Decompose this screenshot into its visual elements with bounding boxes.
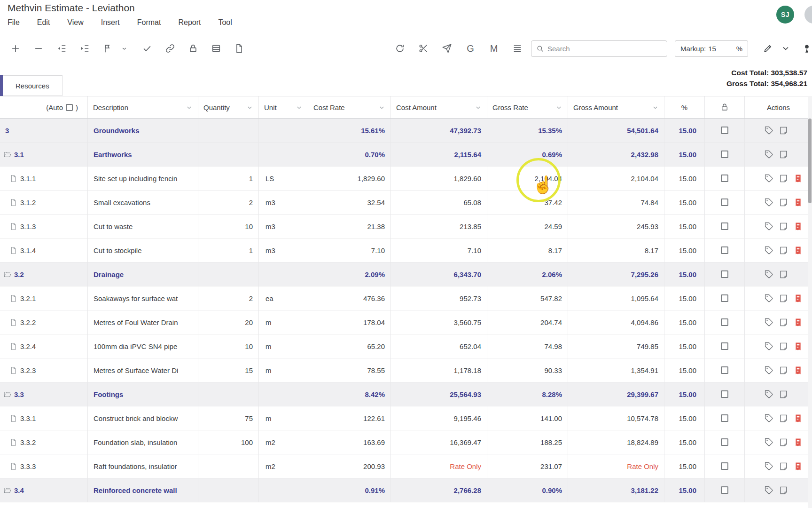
gross-amount-cell[interactable]: 18,824.89 <box>568 430 664 454</box>
row-code-cell[interactable]: 3.3.2 <box>0 430 88 454</box>
lock-checkbox[interactable] <box>721 294 728 302</box>
unit-cell[interactable] <box>259 382 308 406</box>
note-icon[interactable] <box>779 126 788 135</box>
description-cell[interactable]: Raft foundations, insulatior <box>88 454 198 478</box>
table-row[interactable]: 3Groundworks15.61%47,392.7315.35%54,501.… <box>0 119 812 143</box>
gross-rate-cell[interactable]: 141.00 <box>487 406 568 430</box>
header-gross-amount[interactable]: Gross Amount <box>568 96 664 118</box>
google-icon[interactable]: G <box>464 43 476 54</box>
gross-amount-cell[interactable]: 1,354.91 <box>568 358 664 382</box>
lock-checkbox[interactable] <box>721 175 728 182</box>
cost-rate-cell[interactable]: 0.70% <box>308 143 391 167</box>
markup-input[interactable]: Markup: 15 % <box>675 40 748 57</box>
pen-icon[interactable] <box>762 42 774 55</box>
note-icon[interactable] <box>779 174 788 183</box>
header-unit[interactable]: Unit <box>259 96 308 118</box>
gross-amount-cell[interactable]: 10,574.78 <box>568 406 664 430</box>
row-code-cell[interactable]: 3 <box>0 119 88 143</box>
markup-percent-cell[interactable]: 15.00 <box>664 119 705 143</box>
quantity-cell[interactable]: 1 <box>198 238 259 262</box>
cost-rate-cell[interactable]: 65.20 <box>308 334 391 358</box>
lock-icon[interactable] <box>187 42 199 55</box>
quantity-cell[interactable] <box>198 454 259 478</box>
lock-checkbox[interactable] <box>721 486 728 494</box>
row-code-cell[interactable]: 3.3 <box>0 382 88 406</box>
quantity-cell[interactable] <box>198 382 259 406</box>
table-row[interactable]: 3.1.4Cut to stockpile1m37.107.108.178.17… <box>0 238 812 262</box>
lock-checkbox[interactable] <box>721 270 728 278</box>
menu-item-view[interactable]: View <box>67 18 83 27</box>
add-icon[interactable] <box>9 42 22 55</box>
cost-rate-cell[interactable]: 178.04 <box>308 310 391 334</box>
cost-rate-cell[interactable]: 2.09% <box>308 262 391 286</box>
unit-cell[interactable]: m2 <box>259 454 308 478</box>
cost-amount-cell[interactable]: 65.08 <box>391 190 487 214</box>
cost-rate-cell[interactable]: 1,829.60 <box>308 167 391 190</box>
unit-cell[interactable] <box>259 262 308 286</box>
row-code-cell[interactable]: 3.2 <box>0 262 88 286</box>
tag-icon[interactable] <box>765 222 773 231</box>
gross-amount-cell[interactable]: 749.85 <box>568 334 664 358</box>
secondary-avatar[interactable] <box>804 6 812 24</box>
cost-amount-cell[interactable]: 952.73 <box>391 286 487 310</box>
tag-icon[interactable] <box>765 150 773 159</box>
chevron-down-icon[interactable] <box>780 42 792 55</box>
lock-checkbox[interactable] <box>721 318 728 326</box>
unit-cell[interactable] <box>259 119 308 143</box>
gross-rate-cell[interactable]: 204.74 <box>487 310 568 334</box>
cost-amount-cell[interactable]: 1,829.60 <box>391 167 487 190</box>
unit-cell[interactable]: m3 <box>259 238 308 262</box>
table-row[interactable]: 3.2.1Soakaways for surface wat2ea476.369… <box>0 286 812 310</box>
note-icon[interactable] <box>779 414 788 423</box>
header-cost-rate[interactable]: Cost Rate <box>308 96 391 118</box>
gross-amount-cell[interactable]: 245.93 <box>568 214 664 238</box>
row-code-cell[interactable]: 3.2.1 <box>0 286 88 310</box>
gross-rate-cell[interactable]: 547.82 <box>487 286 568 310</box>
quantity-cell[interactable]: 20 <box>198 310 259 334</box>
flag-icon[interactable] <box>102 42 114 55</box>
delete-receipt-icon[interactable] <box>794 198 803 207</box>
quantity-cell[interactable] <box>198 478 259 502</box>
quantity-cell[interactable]: 2 <box>198 286 259 310</box>
quantity-cell[interactable]: 15 <box>198 358 259 382</box>
lock-checkbox[interactable] <box>721 462 728 470</box>
row-code-cell[interactable]: 3.1 <box>0 143 88 167</box>
tag-icon[interactable] <box>765 342 773 351</box>
description-cell[interactable]: Site set up including fencin <box>88 167 198 190</box>
markup-percent-cell[interactable]: 15.00 <box>664 358 705 382</box>
cost-amount-cell[interactable]: 3,560.75 <box>391 310 487 334</box>
link-icon[interactable] <box>164 42 176 55</box>
tag-icon[interactable] <box>765 246 773 255</box>
cost-amount-cell[interactable]: 25,564.93 <box>391 382 487 406</box>
gross-rate-cell[interactable]: 2.06% <box>487 262 568 286</box>
header-gross-rate[interactable]: Gross Rate <box>487 96 568 118</box>
note-icon[interactable] <box>779 246 788 255</box>
gross-amount-cell[interactable]: 74.84 <box>568 190 664 214</box>
quantity-cell[interactable]: 2 <box>198 190 259 214</box>
description-cell[interactable]: Construct brick and blockw <box>88 406 198 430</box>
note-icon[interactable] <box>779 462 788 471</box>
gross-rate-cell[interactable]: 37.42 <box>487 190 568 214</box>
note-icon[interactable] <box>779 150 788 159</box>
quantity-cell[interactable]: 75 <box>198 406 259 430</box>
gross-amount-cell[interactable]: Rate Only <box>568 454 664 478</box>
description-cell[interactable]: Earthworks <box>88 143 198 167</box>
indent-icon[interactable] <box>78 42 91 55</box>
search-box[interactable] <box>531 40 667 57</box>
tag-icon[interactable] <box>765 462 773 471</box>
tag-icon[interactable] <box>765 174 773 183</box>
cost-amount-cell[interactable]: 652.04 <box>391 334 487 358</box>
lock-checkbox[interactable] <box>721 342 728 350</box>
gross-amount-cell[interactable]: 29,399.67 <box>568 382 664 406</box>
note-icon[interactable] <box>779 318 788 327</box>
refresh-icon[interactable] <box>394 42 406 55</box>
lock-checkbox[interactable] <box>721 438 728 446</box>
delete-receipt-icon[interactable] <box>794 222 803 231</box>
note-icon[interactable] <box>779 366 788 375</box>
table-row[interactable]: 3.1.1Site set up including fencin1LS1,82… <box>0 167 812 190</box>
flag-dropdown-icon[interactable] <box>118 42 130 55</box>
tag-icon[interactable] <box>765 270 773 279</box>
header-percent[interactable]: % <box>664 96 705 118</box>
cost-amount-cell[interactable]: 213.85 <box>391 214 487 238</box>
cost-amount-cell[interactable]: 16,369.47 <box>391 430 487 454</box>
